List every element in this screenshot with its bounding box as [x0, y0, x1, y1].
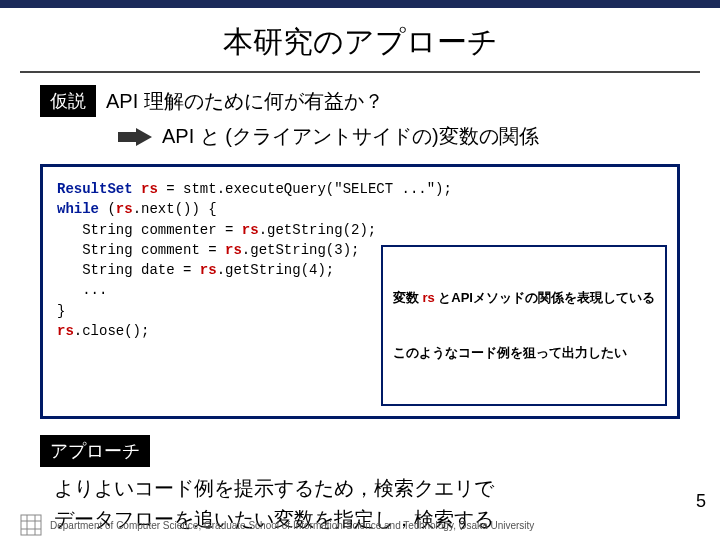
top-accent-bar [0, 0, 720, 8]
arrow-right-icon [118, 128, 152, 146]
hypothesis-arrow-row: API と (クライアントサイドの)変数の関係 [118, 123, 680, 150]
callout-var: rs [422, 290, 434, 305]
footer-text: Department of Computer Science, Graduate… [50, 520, 534, 531]
code-text: String comment = [57, 242, 225, 258]
code-text: = stmt.executeQuery("SELECT ..."); [158, 181, 452, 197]
slide: 本研究のアプローチ 仮説 API 理解のために何が有益か？ API と (クライ… [0, 0, 720, 540]
code-text: String commenter = [57, 222, 242, 238]
code-text: .getString(2); [259, 222, 377, 238]
variable-rs: rs [116, 201, 133, 217]
variable-rs: rs [242, 222, 259, 238]
keyword: while [57, 201, 99, 217]
callout-box: 変数 rs とAPIメソッドの関係を表現している このようなコード例を狙って出力… [381, 245, 667, 407]
lab-logo-icon [20, 514, 42, 536]
content-area: 仮説 API 理解のために何が有益か？ API と (クライアントサイドの)変数… [0, 85, 720, 535]
svg-rect-2 [21, 515, 41, 535]
variable-rs: rs [141, 181, 158, 197]
code-text: ( [99, 201, 116, 217]
hypothesis-row: 仮説 API 理解のために何が有益か？ [40, 85, 680, 117]
callout-text: とAPIメソッドの関係を表現している [435, 290, 655, 305]
hypothesis-tag: 仮説 [40, 85, 96, 117]
code-text: .getString(3); [242, 242, 360, 258]
code-box: ResultSet rs = stmt.executeQuery("SELECT… [40, 164, 680, 419]
variable-rs: rs [225, 242, 242, 258]
approach-tag: アプローチ [40, 435, 150, 467]
code-text: ... [57, 282, 107, 298]
hypothesis-question: API 理解のために何が有益か？ [106, 88, 384, 115]
hypothesis-relation: API と (クライアントサイドの)変数の関係 [162, 123, 539, 150]
code-text: String date = [57, 262, 200, 278]
page-number: 5 [696, 491, 706, 512]
code-text: } [57, 303, 65, 319]
title-rule [20, 71, 700, 73]
code-text: .close(); [74, 323, 150, 339]
code-text: .next()) { [133, 201, 217, 217]
callout-text: 変数 [393, 290, 423, 305]
keyword: ResultSet [57, 181, 133, 197]
variable-rs: rs [57, 323, 74, 339]
approach-tag-row: アプローチ [40, 435, 680, 467]
summary-line1: よりよいコード例を提示するため，検索クエリで [54, 473, 674, 504]
code-text: .getString(4); [217, 262, 335, 278]
callout-line1: 変数 rs とAPIメソッドの関係を表現している [393, 289, 655, 307]
footer: Department of Computer Science, Graduate… [20, 514, 534, 536]
variable-rs: rs [200, 262, 217, 278]
slide-title: 本研究のアプローチ [0, 8, 720, 69]
svg-marker-0 [118, 128, 152, 146]
callout-line2: このようなコード例を狙って出力したい [393, 344, 655, 362]
